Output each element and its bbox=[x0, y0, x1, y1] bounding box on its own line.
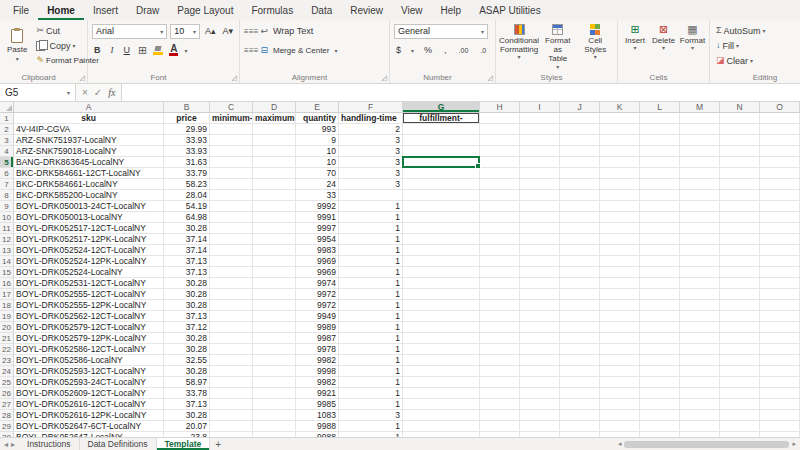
cell-g25[interactable] bbox=[403, 377, 480, 388]
cell-h8[interactable] bbox=[480, 190, 520, 201]
bold-button[interactable]: B bbox=[92, 43, 103, 58]
cell-n25[interactable] bbox=[720, 377, 760, 388]
cell-f13[interactable]: 1 bbox=[339, 245, 403, 256]
cell-i27[interactable] bbox=[520, 399, 560, 410]
alignment-dialog-launcher[interactable]: ◿ bbox=[382, 74, 387, 82]
cell-h22[interactable] bbox=[480, 344, 520, 355]
cell-g12[interactable] bbox=[403, 234, 480, 245]
cell-d8[interactable] bbox=[253, 190, 296, 201]
cell-m8[interactable] bbox=[680, 190, 720, 201]
paste-button[interactable]: Paste ▾ bbox=[4, 23, 30, 69]
cell-b5[interactable]: 31.63 bbox=[164, 157, 210, 168]
scroll-left-icon[interactable]: ◂ bbox=[618, 440, 622, 448]
cell-d10[interactable] bbox=[253, 212, 296, 223]
cell-l11[interactable] bbox=[640, 223, 680, 234]
cell-n29[interactable] bbox=[720, 421, 760, 432]
cell-f7[interactable]: 3 bbox=[339, 179, 403, 190]
cell-j7[interactable] bbox=[560, 179, 600, 190]
cell-k1[interactable] bbox=[600, 113, 640, 124]
cell-c4[interactable] bbox=[210, 146, 253, 157]
cell-i6[interactable] bbox=[520, 168, 560, 179]
cell-a12[interactable]: BOYL-DRK052517-12PK-LocalNY bbox=[14, 234, 164, 245]
cell-b16[interactable]: 30.28 bbox=[164, 278, 210, 289]
row-header-3[interactable]: 3 bbox=[0, 135, 14, 146]
cell-d2[interactable] bbox=[253, 124, 296, 135]
cell-f12[interactable]: 1 bbox=[339, 234, 403, 245]
cell-j15[interactable] bbox=[560, 267, 600, 278]
font-dialog-launcher[interactable]: ◿ bbox=[232, 74, 237, 82]
cell-i24[interactable] bbox=[520, 366, 560, 377]
cell-f19[interactable]: 1 bbox=[339, 311, 403, 322]
cell-c20[interactable] bbox=[210, 322, 253, 333]
cell-b18[interactable]: 30.28 bbox=[164, 300, 210, 311]
cell-l8[interactable] bbox=[640, 190, 680, 201]
comma-format-button[interactable]: , bbox=[442, 43, 449, 58]
column-header-k[interactable]: K bbox=[600, 102, 640, 113]
cell-c5[interactable] bbox=[210, 157, 253, 168]
cell-l5[interactable] bbox=[640, 157, 680, 168]
cell-m6[interactable] bbox=[680, 168, 720, 179]
cell-f24[interactable]: 1 bbox=[339, 366, 403, 377]
cell-d3[interactable] bbox=[253, 135, 296, 146]
cell-m15[interactable] bbox=[680, 267, 720, 278]
cell-h1[interactable] bbox=[480, 113, 520, 124]
cell-l20[interactable] bbox=[640, 322, 680, 333]
cell-f4[interactable]: 3 bbox=[339, 146, 403, 157]
insert-function-icon[interactable]: fx bbox=[108, 87, 115, 98]
cell-d20[interactable] bbox=[253, 322, 296, 333]
row-header-7[interactable]: 7 bbox=[0, 179, 14, 190]
vertical-align-icons[interactable]: ≡ ≡ ≡ bbox=[244, 27, 257, 36]
underline-button[interactable]: U bbox=[122, 43, 133, 58]
sheet-tab-template[interactable]: Template bbox=[157, 438, 211, 450]
cell-f15[interactable]: 1 bbox=[339, 267, 403, 278]
cell-d13[interactable] bbox=[253, 245, 296, 256]
cell-j8[interactable] bbox=[560, 190, 600, 201]
cell-b12[interactable]: 37.14 bbox=[164, 234, 210, 245]
cell-m17[interactable] bbox=[680, 289, 720, 300]
format-as-table-button[interactable]: Format as Table▾ bbox=[540, 23, 576, 71]
cell-d16[interactable] bbox=[253, 278, 296, 289]
cell-d14[interactable] bbox=[253, 256, 296, 267]
cell-o28[interactable] bbox=[760, 410, 800, 421]
cell-a13[interactable]: BOYL-DRK052524-12CT-LocalNY bbox=[14, 245, 164, 256]
ribbon-tab-view[interactable]: View bbox=[392, 0, 432, 20]
ribbon-tab-review[interactable]: Review bbox=[341, 0, 392, 20]
cell-k22[interactable] bbox=[600, 344, 640, 355]
cell-o10[interactable] bbox=[760, 212, 800, 223]
row-header-11[interactable]: 11 bbox=[0, 223, 14, 234]
cell-c29[interactable] bbox=[210, 421, 253, 432]
cell-a9[interactable]: BOYL-DRK050013-24CT-LocalNY bbox=[14, 201, 164, 212]
cell-f2[interactable]: 2 bbox=[339, 124, 403, 135]
autosum-button[interactable]: ΣAutoSum▾ bbox=[714, 23, 800, 38]
cell-k17[interactable] bbox=[600, 289, 640, 300]
cell-h13[interactable] bbox=[480, 245, 520, 256]
row-header-16[interactable]: 16 bbox=[0, 278, 14, 289]
cell-f23[interactable]: 1 bbox=[339, 355, 403, 366]
cell-a3[interactable]: ARZ-SNK751937-LocalNY bbox=[14, 135, 164, 146]
cell-b26[interactable]: 33.78 bbox=[164, 388, 210, 399]
cell-c28[interactable] bbox=[210, 410, 253, 421]
cell-m14[interactable] bbox=[680, 256, 720, 267]
cell-a30[interactable]: BOYL-DRK052647-LocalNY bbox=[14, 432, 164, 437]
row-header-17[interactable]: 17 bbox=[0, 289, 14, 300]
column-header-j[interactable]: J bbox=[560, 102, 600, 113]
cell-b29[interactable]: 20.07 bbox=[164, 421, 210, 432]
cell-g27[interactable] bbox=[403, 399, 480, 410]
scroll-right-icon[interactable]: ▸ bbox=[792, 440, 796, 448]
cell-e28[interactable]: 1083 bbox=[296, 410, 339, 421]
cell-l19[interactable] bbox=[640, 311, 680, 322]
cell-g1[interactable]: fulfillment- bbox=[403, 113, 480, 124]
cell-g26[interactable] bbox=[403, 388, 480, 399]
cell-c30[interactable] bbox=[210, 432, 253, 437]
cell-h30[interactable] bbox=[480, 432, 520, 437]
cell-a23[interactable]: BOYL-DRK052586-LocalNY bbox=[14, 355, 164, 366]
cell-o15[interactable] bbox=[760, 267, 800, 278]
font-name-combo[interactable]: Arial▾ bbox=[92, 24, 167, 39]
cell-d12[interactable] bbox=[253, 234, 296, 245]
row-header-18[interactable]: 18 bbox=[0, 300, 14, 311]
cell-e26[interactable]: 9921 bbox=[296, 388, 339, 399]
cell-d17[interactable] bbox=[253, 289, 296, 300]
cell-n19[interactable] bbox=[720, 311, 760, 322]
clear-button[interactable]: ◪Clear▾ bbox=[714, 53, 800, 68]
cell-c23[interactable] bbox=[210, 355, 253, 366]
